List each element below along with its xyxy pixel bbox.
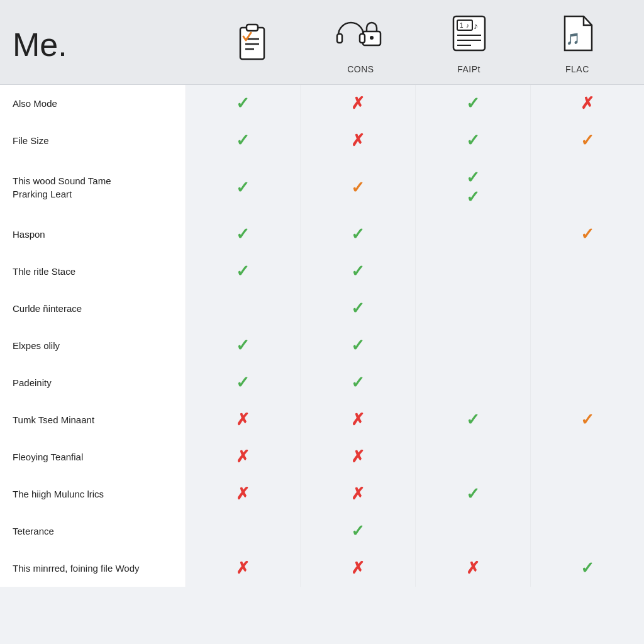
check-green: ✓ bbox=[236, 373, 250, 392]
check-red: ✗ bbox=[236, 484, 250, 503]
check-red: ✗ bbox=[351, 131, 365, 150]
check-orange: ✓ bbox=[351, 178, 365, 197]
check-cell: ✓ bbox=[186, 253, 301, 290]
svg-text:🎵: 🎵 bbox=[566, 32, 580, 46]
comparison-table: Also Mode✓✗✓✗File Size✓✗✓✓This wood Soun… bbox=[0, 85, 644, 587]
col1-label: CONS bbox=[347, 64, 374, 74]
check-cell bbox=[416, 290, 531, 327]
table-row: Teterance✓ bbox=[0, 513, 644, 550]
check-cell: ✓ bbox=[416, 85, 531, 122]
check-green: ✓ bbox=[580, 558, 594, 577]
check-red: ✗ bbox=[236, 558, 250, 577]
feature-name: Elxpes olily bbox=[0, 327, 186, 364]
check-cell: ✓ bbox=[301, 159, 416, 216]
check-cell: ✓ bbox=[301, 327, 416, 364]
check-cell: ✓ bbox=[186, 122, 301, 159]
check-green: ✓ bbox=[351, 262, 365, 280]
check-green: ✓ bbox=[236, 336, 250, 355]
table-row: Fleoying Teanfial✗✗ bbox=[0, 438, 644, 475]
check-cell bbox=[186, 513, 301, 550]
check-orange: ✓ bbox=[580, 410, 594, 429]
check-green: ✓ bbox=[236, 262, 250, 280]
feature-name: Haspon bbox=[0, 216, 186, 253]
table-row: Padeinity✓✓ bbox=[0, 364, 644, 401]
feature-name: Tumk Tsed Minaant bbox=[0, 401, 186, 438]
svg-rect-8 bbox=[360, 34, 365, 43]
col3-label: FLAC bbox=[565, 64, 589, 74]
check-green: ✓ bbox=[236, 94, 250, 113]
check-cell bbox=[530, 159, 644, 216]
feature-name: Fleoying Teanfial bbox=[0, 438, 186, 475]
table-row: Haspon✓✓✓ bbox=[0, 216, 644, 253]
check-green: ✓ bbox=[466, 484, 480, 503]
check-green: ✓ bbox=[236, 131, 250, 150]
table-row: The hiigh Mulunc lrics✗✗✓ bbox=[0, 475, 644, 513]
header-col-1: CONS bbox=[306, 11, 414, 78]
check-green: ✓ bbox=[351, 521, 365, 540]
check-cell bbox=[530, 475, 644, 513]
svg-text:♪: ♪ bbox=[474, 21, 478, 31]
check-green: ✓ bbox=[236, 225, 250, 243]
header-col-3: 🎵 FLAC bbox=[523, 11, 631, 78]
check-cell: ✓ bbox=[530, 401, 644, 438]
table-row: Tumk Tsed Minaant✗✗✓✓ bbox=[0, 401, 644, 438]
check-green: ✓ bbox=[466, 168, 480, 187]
music-icon: 1 ♪ ♪ bbox=[447, 11, 491, 62]
feature-name: Curlde ñinterace bbox=[0, 290, 186, 327]
table-row: Thle ritle Stace✓✓ bbox=[0, 253, 644, 290]
table-row: Curlde ñinterace✓ bbox=[0, 290, 644, 327]
col2-label: FAIPt bbox=[457, 64, 480, 74]
svg-rect-1 bbox=[247, 25, 258, 31]
check-cell: ✗ bbox=[301, 401, 416, 438]
header: Me. bbox=[0, 0, 644, 85]
comparison-table-container: Also Mode✓✗✓✗File Size✓✗✓✓This wood Soun… bbox=[0, 85, 644, 587]
check-red: ✗ bbox=[351, 558, 365, 577]
check-cell: ✓ bbox=[301, 253, 416, 290]
check-cell: ✓ bbox=[416, 401, 531, 438]
check-green: ✓ bbox=[466, 94, 480, 113]
check-cell bbox=[416, 438, 531, 475]
table-row: This wood Sound TamePrarking Leart✓✓✓✓ bbox=[0, 159, 644, 216]
headphone-icon bbox=[335, 11, 386, 62]
check-cell: ✓ bbox=[186, 327, 301, 364]
check-red: ✗ bbox=[351, 94, 365, 113]
check-orange: ✓ bbox=[580, 225, 594, 243]
header-col-0 bbox=[198, 11, 306, 78]
check-cell: ✓ bbox=[530, 216, 644, 253]
check-cell: ✗ bbox=[301, 122, 416, 159]
check-cell: ✓ bbox=[186, 364, 301, 401]
check-green: ✓ bbox=[466, 187, 480, 206]
file-icon: 🎵 bbox=[555, 11, 599, 62]
page-title: Me. bbox=[13, 26, 198, 64]
check-cell: ✓ bbox=[301, 513, 416, 550]
check-cell bbox=[416, 253, 531, 290]
feature-name: The hiigh Mulunc lrics bbox=[0, 475, 186, 513]
check-red: ✗ bbox=[580, 94, 594, 113]
check-cell: ✗ bbox=[301, 550, 416, 587]
check-cell: ✓ bbox=[530, 122, 644, 159]
check-cell: ✓ bbox=[301, 364, 416, 401]
clipboard-icon bbox=[230, 21, 274, 72]
svg-text:1: 1 bbox=[460, 22, 464, 29]
check-cell bbox=[530, 253, 644, 290]
svg-rect-7 bbox=[337, 34, 342, 43]
check-cell: ✓✓ bbox=[416, 159, 531, 216]
check-cell: ✗ bbox=[301, 475, 416, 513]
check-red: ✗ bbox=[236, 410, 250, 429]
check-cell bbox=[530, 513, 644, 550]
header-columns: CONS 1 ♪ ♪ FAIPt bbox=[198, 11, 631, 78]
check-cell: ✓ bbox=[301, 216, 416, 253]
check-cell: ✗ bbox=[186, 438, 301, 475]
check-cell bbox=[530, 364, 644, 401]
check-cell bbox=[416, 513, 531, 550]
check-red: ✗ bbox=[351, 410, 365, 429]
check-green: ✓ bbox=[466, 410, 480, 429]
check-cell bbox=[186, 290, 301, 327]
check-green: ✓ bbox=[466, 131, 480, 150]
feature-name: Teterance bbox=[0, 513, 186, 550]
feature-name: Thle ritle Stace bbox=[0, 253, 186, 290]
feature-name: Padeinity bbox=[0, 364, 186, 401]
check-cell: ✗ bbox=[530, 85, 644, 122]
header-col-2: 1 ♪ ♪ FAIPt bbox=[415, 11, 523, 78]
check-cell bbox=[530, 438, 644, 475]
